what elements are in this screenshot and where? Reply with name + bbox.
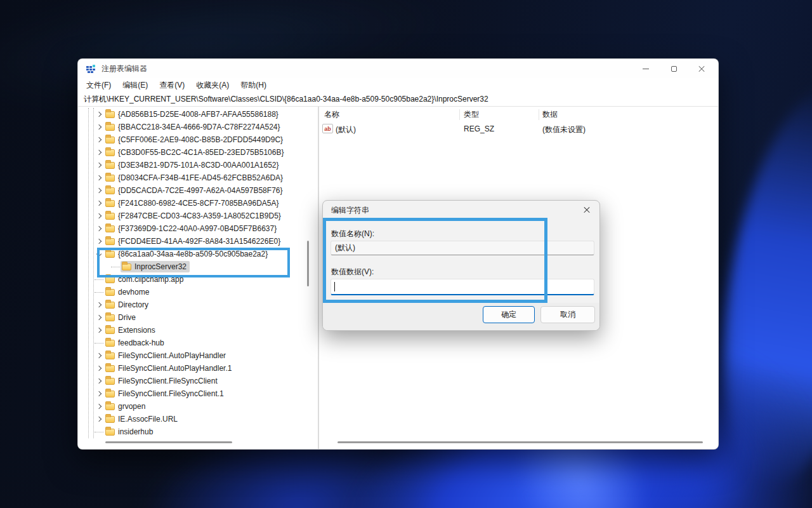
- chevron-right-icon[interactable]: [96, 213, 102, 218]
- folder-icon: [105, 111, 115, 118]
- window-title: 注册表编辑器: [102, 64, 147, 74]
- tree-item[interactable]: Extensions: [78, 324, 318, 337]
- minimize-icon: [643, 69, 649, 69]
- chevron-right-icon[interactable]: [96, 150, 102, 155]
- chevron-right-icon[interactable]: [96, 201, 102, 206]
- maximize-button[interactable]: [660, 59, 688, 78]
- folder-icon: [105, 302, 115, 309]
- folder-icon: [105, 416, 115, 423]
- chevron-right-icon[interactable]: [96, 378, 102, 384]
- tree-item-label: devhome: [118, 288, 149, 297]
- tree-item-label: {F37369D9-1C22-40A0-A997-0B4D5F7B6637}: [118, 224, 277, 233]
- tree-item-label: {F241C880-6982-4CE5-8CF7-7085BA96DA5A}: [118, 199, 279, 208]
- tree-item-label: {D3E34B21-9D75-101A-8C3D-00AA001A1652}: [118, 161, 279, 170]
- string-value-icon: ab: [322, 124, 333, 133]
- tree-item[interactable]: FileSyncClient.AutoPlayHandler: [78, 349, 318, 362]
- folder-icon: [105, 391, 115, 398]
- folder-icon: [105, 378, 115, 385]
- tree-item[interactable]: grvopen: [78, 400, 318, 413]
- chevron-right-icon[interactable]: [96, 315, 102, 320]
- column-separator[interactable]: [539, 109, 539, 120]
- menu-edit[interactable]: 编辑(E): [117, 80, 154, 91]
- tree-item[interactable]: insiderhub: [78, 425, 318, 438]
- dialog-close-icon[interactable]: [582, 205, 592, 215]
- dialog-title: 编辑字符串: [331, 205, 369, 216]
- tree-item[interactable]: IE.AssocFile.URL: [78, 413, 318, 425]
- chevron-right-icon[interactable]: [96, 417, 102, 422]
- annotation-rectangle-dialog: [323, 218, 547, 303]
- cancel-button[interactable]: 取消: [540, 306, 595, 323]
- value-row[interactable]: ab(默认)REG_SZ(数值未设置): [319, 123, 718, 137]
- tree-item[interactable]: {DD5CACDA-7C2E-4997-A62A-04A597B58F76}: [78, 184, 318, 197]
- chevron-right-icon[interactable]: [96, 366, 102, 371]
- tree-item-label: Drive: [118, 313, 136, 322]
- tree-item[interactable]: FileSyncClient.FileSyncClient: [78, 375, 318, 387]
- folder-icon: [105, 137, 115, 144]
- menu-favorites[interactable]: 收藏夹(A): [190, 80, 235, 91]
- tree-connector: [95, 432, 103, 432]
- tree-item[interactable]: Drive: [78, 311, 318, 324]
- chevron-right-icon[interactable]: [96, 188, 102, 193]
- tree-item-label: feedback-hub: [118, 338, 164, 347]
- tree-item-label: {F2847CBE-CD03-4C83-A359-1A8052C1B9D5}: [118, 211, 281, 220]
- tree-item[interactable]: {C5FF006E-2AE9-408C-B85B-2DFDD5449D9C}: [78, 133, 318, 146]
- tree-item[interactable]: FileSyncClient.FileSyncClient.1: [78, 387, 318, 400]
- chevron-right-icon[interactable]: [96, 226, 102, 231]
- column-header-data[interactable]: 数据: [542, 107, 558, 123]
- tree-item[interactable]: {CB3D0F55-BC2C-4C1A-85ED-23ED75B5106B}: [78, 146, 318, 159]
- titlebar[interactable]: 注册表编辑器: [78, 59, 718, 78]
- values-horizontal-scrollbar[interactable]: [337, 441, 703, 443]
- tree-item-label: FileSyncClient.AutoPlayHandler: [118, 351, 226, 360]
- chevron-right-icon[interactable]: [96, 175, 102, 180]
- tree-item[interactable]: feedback-hub: [78, 337, 318, 349]
- minimize-button[interactable]: [632, 59, 660, 78]
- column-header-name[interactable]: 名称: [324, 107, 339, 123]
- maximize-icon: [671, 66, 677, 72]
- chevron-right-icon[interactable]: [96, 239, 102, 244]
- chevron-right-icon[interactable]: [96, 328, 102, 333]
- tree-item[interactable]: {FCDD4EED-41AA-492F-8A84-31A1546226E0}: [78, 235, 318, 248]
- column-separator[interactable]: [459, 109, 460, 120]
- tree-item-label: IE.AssocFile.URL: [118, 415, 178, 424]
- tree-connector: [95, 343, 103, 344]
- ok-button[interactable]: 确定: [483, 306, 535, 323]
- tree-item[interactable]: {F37369D9-1C22-40A0-A997-0B4D5F7B6637}: [78, 222, 318, 235]
- close-button[interactable]: [688, 59, 716, 78]
- folder-icon: [105, 289, 115, 296]
- tree-item-label: FileSyncClient.FileSyncClient.1: [118, 389, 224, 398]
- chevron-right-icon[interactable]: [96, 404, 102, 409]
- chevron-right-icon[interactable]: [96, 163, 102, 168]
- regedit-app-icon: [86, 64, 96, 74]
- folder-icon: [105, 124, 115, 131]
- tree-horizontal-scrollbar[interactable]: [105, 441, 232, 443]
- tree-item[interactable]: FileSyncClient.AutoPlayHandler.1: [78, 362, 318, 375]
- menu-file[interactable]: 文件(F): [81, 80, 117, 91]
- chevron-right-icon[interactable]: [96, 391, 102, 396]
- tree-item[interactable]: Directory: [78, 298, 318, 311]
- menubar: 文件(F) 编辑(E) 查看(V) 收藏夹(A) 帮助(H): [78, 78, 718, 93]
- tree-item[interactable]: {F241C880-6982-4CE5-8CF7-7085BA96DA5A}: [78, 197, 318, 210]
- tree-item[interactable]: {D3E34B21-9D75-101A-8C3D-00AA001A1652}: [78, 159, 318, 171]
- tree-item[interactable]: {AD856B15-D25E-4008-AFB7-AFAA55586188}: [78, 108, 318, 121]
- folder-icon: [105, 429, 115, 436]
- folder-icon: [105, 162, 115, 169]
- tree-item[interactable]: devhome: [78, 286, 318, 298]
- address-bar[interactable]: 计算机\HKEY_CURRENT_USER\Software\Classes\C…: [78, 93, 718, 107]
- value-name: (默认): [336, 124, 356, 135]
- chevron-right-icon[interactable]: [96, 137, 102, 142]
- chevron-right-icon[interactable]: [96, 124, 102, 130]
- tree-vertical-scrollbar[interactable]: [307, 241, 309, 286]
- column-header-type[interactable]: 类型: [464, 107, 479, 123]
- tree-item[interactable]: {D8034CFA-F34B-41FE-AD45-62FCBB52A6DA}: [78, 171, 318, 184]
- folder-icon: [105, 314, 115, 321]
- chevron-right-icon[interactable]: [96, 302, 102, 307]
- chevron-right-icon[interactable]: [96, 112, 102, 117]
- menu-help[interactable]: 帮助(H): [235, 80, 272, 91]
- menu-view[interactable]: 查看(V): [154, 80, 190, 91]
- close-icon: [698, 65, 705, 72]
- tree-item[interactable]: {F2847CBE-CD03-4C83-A359-1A8052C1B9D5}: [78, 210, 318, 222]
- tree-item[interactable]: {BBACC218-34EA-4666-9D7A-C78F2274A524}: [78, 121, 318, 133]
- tree-connector: [95, 292, 103, 293]
- chevron-right-icon[interactable]: [96, 353, 102, 358]
- folder-icon: [105, 225, 115, 232]
